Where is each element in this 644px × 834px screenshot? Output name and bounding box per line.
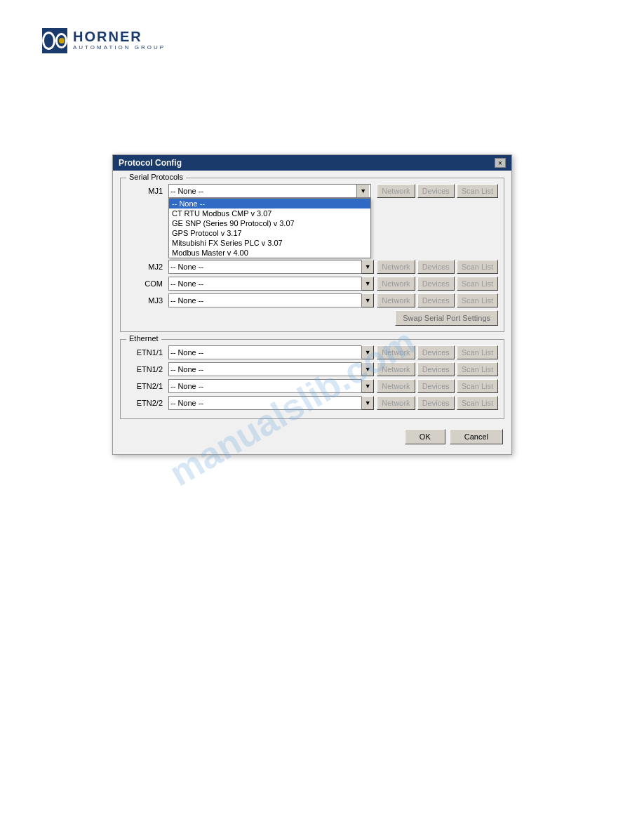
logo-icon xyxy=(42,28,67,53)
mj1-buttons: Network Devices Scan List xyxy=(377,184,498,198)
mj1-devices-button[interactable]: Devices xyxy=(417,184,455,198)
serial-protocols-label: Serial Protocols xyxy=(126,173,186,181)
ethernet-group: Ethernet ETN1/1 -- None -- ▼ Network Dev… xyxy=(120,339,504,419)
com-label: COM xyxy=(126,279,168,288)
mj3-label: MJ3 xyxy=(126,296,168,305)
mj2-network-button[interactable]: Network xyxy=(377,260,415,274)
etn11-row: ETN1/1 -- None -- ▼ Network Devices Scan… xyxy=(126,345,498,359)
mj2-select[interactable]: -- None -- xyxy=(168,260,374,274)
mj1-dropdown-arrow: ▼ xyxy=(356,185,369,197)
swap-button-row: Swap Serial Port Settings xyxy=(126,310,498,326)
mj2-row: MJ2 -- None -- ▼ Network Devices Scan Li… xyxy=(126,260,498,274)
etn22-devices-button[interactable]: Devices xyxy=(417,396,455,410)
swap-serial-port-button[interactable]: Swap Serial Port Settings xyxy=(395,310,498,326)
etn11-dropdown[interactable]: -- None -- ▼ xyxy=(168,345,374,359)
logo: HORNER AUTOMATION GROUP xyxy=(42,28,166,53)
dialog-title: Protocol Config xyxy=(119,158,182,168)
etn21-dropdown[interactable]: -- None -- ▼ xyxy=(168,379,374,393)
etn12-network-button[interactable]: Network xyxy=(377,362,415,376)
logo-text: HORNER AUTOMATION GROUP xyxy=(73,29,166,51)
etn21-network-button[interactable]: Network xyxy=(377,379,415,393)
mj3-scanlist-button[interactable]: Scan List xyxy=(457,293,498,307)
dialog-titlebar: Protocol Config × xyxy=(113,155,511,171)
com-buttons: Network Devices Scan List xyxy=(377,277,498,291)
etn12-scanlist-button[interactable]: Scan List xyxy=(457,362,498,376)
etn11-label: ETN1/1 xyxy=(126,348,168,357)
etn11-scanlist-button[interactable]: Scan List xyxy=(457,345,498,359)
com-network-button[interactable]: Network xyxy=(377,277,415,291)
etn11-network-button[interactable]: Network xyxy=(377,345,415,359)
mj3-row: MJ3 -- None -- ▼ Network Devices Scan Li… xyxy=(126,293,498,307)
com-select[interactable]: -- None -- xyxy=(168,277,374,291)
mj1-scanlist-button[interactable]: Scan List xyxy=(457,184,498,198)
logo-subtitle: AUTOMATION GROUP xyxy=(73,44,166,51)
etn21-label: ETN2/1 xyxy=(126,382,168,390)
etn12-label: ETN1/2 xyxy=(126,365,168,373)
mj1-dropdown-list: -- None -- CT RTU Modbus CMP v 3.07 GE S… xyxy=(168,198,371,258)
logo-company: HORNER xyxy=(73,29,166,44)
etn12-dropdown[interactable]: -- None -- ▼ xyxy=(168,362,374,376)
etn21-row: ETN2/1 -- None -- ▼ Network Devices Scan… xyxy=(126,379,498,393)
dropdown-item-modbus-master[interactable]: Modbus Master v 4.00 xyxy=(169,248,370,258)
etn22-buttons: Network Devices Scan List xyxy=(377,396,498,410)
etn21-select[interactable]: -- None -- xyxy=(168,379,374,393)
mj2-label: MJ2 xyxy=(126,263,168,271)
mj3-network-button[interactable]: Network xyxy=(377,293,415,307)
mj2-buttons: Network Devices Scan List xyxy=(377,260,498,274)
serial-protocols-group: Serial Protocols MJ1 -- None -- ▼ -- Non… xyxy=(120,178,504,332)
mj1-selected-value: -- None -- xyxy=(170,187,356,195)
etn12-buttons: Network Devices Scan List xyxy=(377,362,498,376)
mj1-label: MJ1 xyxy=(126,187,168,195)
etn21-scanlist-button[interactable]: Scan List xyxy=(457,379,498,393)
etn22-label: ETN2/2 xyxy=(126,399,168,407)
mj1-row: MJ1 -- None -- ▼ -- None -- CT RTU Modbu… xyxy=(126,184,498,198)
mj1-network-button[interactable]: Network xyxy=(377,184,415,198)
etn11-buttons: Network Devices Scan List xyxy=(377,345,498,359)
dropdown-item-ge-snp[interactable]: GE SNP (Series 90 Protocol) v 3.07 xyxy=(169,218,370,228)
etn11-select[interactable]: -- None -- xyxy=(168,345,374,359)
ok-button[interactable]: OK xyxy=(405,429,445,444)
dropdown-item-gps[interactable]: GPS Protocol v 3.17 xyxy=(169,228,370,238)
com-scanlist-button[interactable]: Scan List xyxy=(457,277,498,291)
etn11-devices-button[interactable]: Devices xyxy=(417,345,455,359)
mj3-devices-button[interactable]: Devices xyxy=(417,293,455,307)
etn21-devices-button[interactable]: Devices xyxy=(417,379,455,393)
com-dropdown[interactable]: -- None -- ▼ xyxy=(168,277,374,291)
dropdown-item-mitsubishi[interactable]: Mitsubishi FX Series PLC v 3.07 xyxy=(169,238,370,248)
etn12-select[interactable]: -- None -- xyxy=(168,362,374,376)
mj2-scanlist-button[interactable]: Scan List xyxy=(457,260,498,274)
etn21-buttons: Network Devices Scan List xyxy=(377,379,498,393)
etn22-select[interactable]: -- None -- xyxy=(168,396,374,410)
dialog-close-button[interactable]: × xyxy=(495,158,506,168)
mj3-dropdown[interactable]: -- None -- ▼ xyxy=(168,293,374,307)
dropdown-item-none-selected[interactable]: -- None -- xyxy=(169,199,370,208)
etn12-devices-button[interactable]: Devices xyxy=(417,362,455,376)
protocol-config-dialog: Protocol Config × Serial Protocols MJ1 -… xyxy=(112,154,512,455)
etn22-scanlist-button[interactable]: Scan List xyxy=(457,396,498,410)
com-devices-button[interactable]: Devices xyxy=(417,277,455,291)
dialog-body: Serial Protocols MJ1 -- None -- ▼ -- Non… xyxy=(113,171,511,454)
mj3-select[interactable]: -- None -- xyxy=(168,293,374,307)
ethernet-label: Ethernet xyxy=(126,334,161,343)
mj2-dropdown[interactable]: -- None -- ▼ xyxy=(168,260,374,274)
etn22-row: ETN2/2 -- None -- ▼ Network Devices Scan… xyxy=(126,396,498,410)
com-row: COM -- None -- ▼ Network Devices Scan Li… xyxy=(126,277,498,291)
etn22-network-button[interactable]: Network xyxy=(377,396,415,410)
mj2-devices-button[interactable]: Devices xyxy=(417,260,455,274)
dropdown-item-ct-rtu[interactable]: CT RTU Modbus CMP v 3.07 xyxy=(169,208,370,218)
dialog-footer: OK Cancel xyxy=(120,426,504,447)
mj3-buttons: Network Devices Scan List xyxy=(377,293,498,307)
cancel-button[interactable]: Cancel xyxy=(450,429,503,444)
etn12-row: ETN1/2 -- None -- ▼ Network Devices Scan… xyxy=(126,362,498,376)
etn22-dropdown[interactable]: -- None -- ▼ xyxy=(168,396,374,410)
mj1-dropdown[interactable]: -- None -- ▼ -- None -- CT RTU Modbus CM… xyxy=(168,184,371,198)
